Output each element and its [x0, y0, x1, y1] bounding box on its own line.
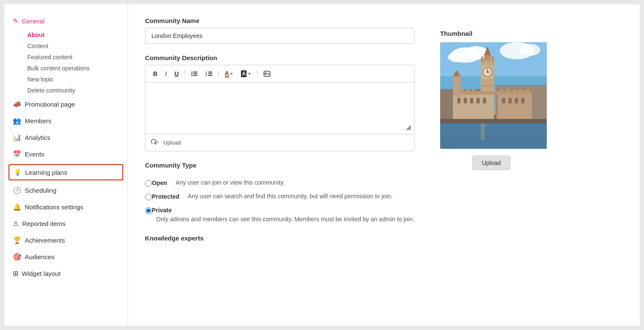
svg-rect-24 [440, 134, 547, 135]
svg-rect-67 [525, 89, 529, 93]
sidebar-item-reported[interactable]: ⚠ Reported items [4, 215, 128, 232]
svg-rect-53 [483, 98, 486, 104]
svg-rect-40 [492, 58, 494, 62]
sidebar-item-analytics[interactable]: 📊 Analytics [4, 129, 128, 146]
svg-rect-50 [464, 98, 467, 104]
radio-open-desc: Any user can join or view this community… [176, 179, 285, 186]
community-type-label: Community Type [145, 162, 415, 169]
svg-rect-66 [519, 89, 522, 93]
svg-rect-39 [481, 58, 483, 62]
svg-rect-37 [484, 55, 491, 61]
sidebar-item-featured-content[interactable]: Featured content [23, 52, 128, 63]
svg-point-20 [519, 44, 540, 56]
radio-protected-label[interactable]: Protected [152, 193, 180, 200]
font-color-btn[interactable]: A ▼ [222, 69, 236, 79]
lightbulb-icon: 💡 [14, 168, 22, 176]
svg-rect-54 [502, 98, 505, 104]
sidebar-item-audiences[interactable]: 🎯 Audiences [4, 249, 128, 265]
sidebar-notifications-label: Notifications settings [25, 203, 84, 211]
main-content: Community Name Community Description B I… [128, 4, 640, 326]
sidebar-achievements-label: Achievements [25, 237, 65, 244]
sidebar-audiences-label: Audiences [25, 253, 55, 261]
svg-rect-62 [472, 89, 475, 93]
toolbar-separator-1 [185, 70, 185, 78]
svg-text:3.: 3. [206, 74, 208, 77]
upload-label: Upload [163, 139, 181, 146]
underline-btn[interactable]: U [172, 69, 181, 78]
svg-rect-3 [193, 73, 197, 74]
sidebar-item-members[interactable]: 👥 Members [4, 113, 128, 129]
bold-btn[interactable]: B [151, 69, 160, 78]
sidebar-item-general[interactable]: ✎ General [4, 13, 128, 29]
sidebar-promotional-label: Promotional page [25, 101, 75, 108]
svg-point-18 [448, 52, 467, 62]
thumbnail-upload-btn[interactable]: Upload [472, 156, 511, 170]
description-editor-body[interactable]: ◢ [145, 83, 414, 134]
svg-rect-64 [506, 89, 510, 93]
svg-rect-51 [470, 98, 473, 104]
sidebar-item-events[interactable]: 📅 Events [4, 146, 128, 162]
svg-point-2 [191, 73, 193, 75]
radio-open[interactable] [145, 180, 152, 187]
svg-rect-57 [521, 98, 525, 104]
sidebar-item-delete-community[interactable]: Delete community [23, 85, 128, 96]
megaphone-icon: 📣 [13, 100, 21, 108]
sidebar-item-scheduling[interactable]: 🕐 Scheduling [4, 182, 128, 199]
radio-private[interactable] [145, 207, 152, 214]
svg-point-4 [191, 75, 193, 76]
sidebar-item-bulk-content[interactable]: Bulk content operations [23, 63, 128, 74]
sidebar-analytics-label: Analytics [25, 134, 50, 141]
trophy-icon: 🏆 [13, 236, 21, 244]
bullet-list-btn[interactable] [189, 69, 200, 78]
svg-rect-70 [481, 123, 485, 140]
bg-color-btn[interactable]: A ▼ [238, 69, 254, 78]
radio-option-open: Open Any user can join or view this comm… [145, 179, 415, 187]
radio-private-label[interactable]: Private [152, 207, 172, 214]
radio-protected[interactable] [145, 194, 152, 200]
sidebar-item-achievements[interactable]: 🏆 Achievements [4, 232, 128, 249]
numbered-list-btn[interactable]: 1.2.3. [203, 69, 215, 78]
toolbar-separator-2 [218, 70, 219, 78]
thumbnail-image [440, 42, 547, 149]
resize-handle-arrow: ◢ [406, 124, 411, 130]
radio-private-desc: Only admins and members can see this com… [156, 216, 415, 223]
svg-rect-21 [440, 121, 547, 149]
svg-point-0 [191, 72, 193, 73]
editor-toolbar: B I U 1.2.3. A ▼ [145, 65, 414, 83]
svg-rect-11 [208, 75, 212, 76]
svg-rect-31 [482, 85, 493, 86]
clock-icon: 🕐 [13, 186, 21, 194]
svg-rect-56 [515, 98, 518, 104]
radio-option-protected: Protected Any user can search and find t… [145, 193, 415, 200]
sidebar-item-new-topic[interactable]: New topic [23, 74, 128, 85]
italic-btn[interactable]: I [162, 69, 169, 78]
insert-image-btn[interactable] [261, 69, 273, 78]
sidebar-item-promotional-page[interactable]: 📣 Promotional page [4, 96, 128, 113]
svg-rect-52 [476, 98, 480, 104]
description-editor: B I U 1.2.3. A ▼ [145, 65, 415, 151]
svg-rect-60 [461, 89, 464, 93]
svg-rect-1 [193, 72, 197, 72]
sidebar-item-content[interactable]: Content [23, 41, 128, 52]
svg-rect-65 [513, 89, 516, 93]
community-description-label: Community Description [145, 54, 415, 61]
svg-rect-68 [453, 76, 461, 97]
svg-rect-9 [208, 73, 212, 74]
sidebar-item-about[interactable]: About [23, 29, 128, 41]
radio-open-label[interactable]: Open [152, 179, 167, 186]
sidebar-learning-plans-label: Learning plans [25, 169, 67, 176]
sidebar-scheduling-label: Scheduling [25, 187, 56, 194]
sidebar-item-widget-layout[interactable]: ⊞ Widget layout [4, 265, 128, 282]
upload-area[interactable]: Upload [145, 134, 414, 151]
sidebar-item-learning-plans[interactable]: 💡 Learning plans [9, 164, 123, 180]
svg-rect-5 [193, 75, 197, 76]
grid-icon: ⊞ [13, 269, 18, 278]
community-name-input[interactable] [145, 28, 415, 44]
knowledge-experts-label: Knowledge experts [145, 234, 415, 242]
sidebar: ✎ General About Content Featured content… [4, 4, 128, 326]
bell-icon: 🔔 [13, 203, 21, 211]
warning-icon: ⚠ [13, 220, 19, 228]
thumbnail-label: Thumbnail [440, 30, 473, 37]
svg-rect-23 [440, 130, 547, 130]
sidebar-item-notifications[interactable]: 🔔 Notifications settings [4, 199, 128, 215]
